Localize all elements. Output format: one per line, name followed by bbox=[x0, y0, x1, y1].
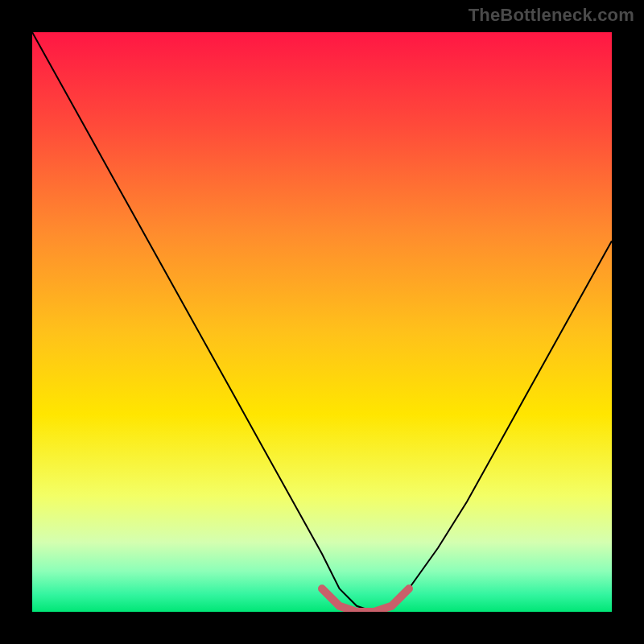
chart-svg bbox=[32, 32, 612, 612]
watermark-text: TheBottleneck.com bbox=[469, 5, 634, 26]
plot-area bbox=[32, 32, 612, 612]
bottleneck-curve bbox=[32, 32, 612, 612]
optimal-marker bbox=[322, 588, 409, 612]
chart-frame: TheBottleneck.com bbox=[0, 0, 644, 644]
